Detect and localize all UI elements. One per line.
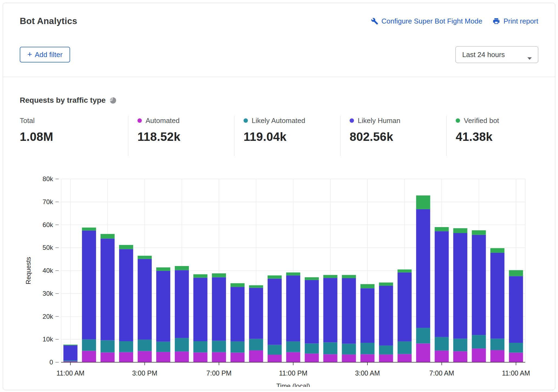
bar-segment[interactable] [249,339,263,350]
bar-segment[interactable] [435,351,449,362]
bar-segment[interactable] [453,339,467,351]
bar-segment[interactable] [398,354,412,362]
bar-segment[interactable] [82,228,96,231]
bar-segment[interactable] [286,273,300,275]
configure-super-bot-fight-mode-link[interactable]: Configure Super Bot Fight Mode [371,17,482,25]
bar-segment[interactable] [416,195,430,209]
bar-segment[interactable] [490,248,504,253]
bar-segment[interactable] [305,354,319,362]
bar-segment[interactable] [342,354,356,362]
bar-segment[interactable] [435,337,449,351]
bar-segment[interactable] [101,353,115,362]
bar-segment[interactable] [472,235,486,335]
bar-segment[interactable] [305,277,319,280]
bar-segment[interactable] [63,345,77,346]
bar-segment[interactable] [268,355,282,362]
stat-likely-automated[interactable]: Likely Automated 119.04k [234,116,340,156]
time-range-dropdown[interactable]: Last 24 hours [455,46,538,63]
bar-segment[interactable] [342,275,356,278]
bar-segment[interactable] [509,270,523,276]
bar-segment[interactable] [453,228,467,233]
bar-segment[interactable] [156,352,170,362]
bar-segment[interactable] [268,279,282,345]
bar-segment[interactable] [472,348,486,362]
bar-segment[interactable] [212,341,226,352]
bar-segment[interactable] [323,354,337,362]
bar-segment[interactable] [193,274,208,278]
bar-segment[interactable] [101,340,115,353]
bar-segment[interactable] [453,351,467,362]
bar-segment[interactable] [509,276,523,343]
bar-segment[interactable] [268,275,282,279]
bar-segment[interactable] [193,278,208,341]
bar-segment[interactable] [453,233,467,339]
bar-segment[interactable] [231,287,245,341]
bar-segment[interactable] [175,338,189,351]
bar-segment[interactable] [268,345,282,355]
bar-segment[interactable] [360,284,375,288]
bar-segment[interactable] [360,354,375,362]
bar-segment[interactable] [490,350,504,362]
bar-segment[interactable] [138,259,152,340]
bar-segment[interactable] [212,273,226,277]
bar-segment[interactable] [379,283,393,286]
bar-segment[interactable] [119,249,133,341]
bar-segment[interactable] [193,341,208,353]
stat-verified-bot[interactable]: Verified bot 41.38k [446,116,552,156]
bar-segment[interactable] [342,344,356,354]
bar-segment[interactable] [101,234,115,238]
bar-segment[interactable] [249,288,263,339]
bar-segment[interactable] [286,341,300,352]
bar-segment[interactable] [249,350,263,362]
bar-segment[interactable] [138,351,152,362]
bar-segment[interactable] [398,270,412,273]
bar-segment[interactable] [212,277,226,341]
bar-segment[interactable] [398,273,412,341]
bar-segment[interactable] [193,353,208,362]
stat-total[interactable]: Total 1.08M [20,116,128,156]
bar-segment[interactable] [119,245,133,249]
bar-segment[interactable] [175,351,189,362]
stat-automated[interactable]: Automated 118.52k [128,116,234,156]
bar-segment[interactable] [231,283,245,287]
bar-segment[interactable] [119,341,133,352]
bar-segment[interactable] [398,341,412,354]
bar-segment[interactable] [249,285,263,288]
bar-segment[interactable] [379,354,393,362]
bar-segment[interactable] [156,267,170,271]
stat-likely-human[interactable]: Likely Human 802.56k [340,116,446,156]
bar-segment[interactable] [509,353,523,362]
bar-segment[interactable] [416,209,430,328]
bar-segment[interactable] [82,351,96,362]
bar-segment[interactable] [416,328,430,344]
bar-segment[interactable] [138,340,152,351]
bar-segment[interactable] [82,339,96,351]
bar-segment[interactable] [305,280,319,344]
bar-segment[interactable] [379,346,393,354]
bar-segment[interactable] [231,341,245,353]
bar-segment[interactable] [156,271,170,342]
add-filter-button[interactable]: + Add filter [20,47,70,62]
bar-segment[interactable] [231,353,245,362]
bar-segment[interactable] [138,256,152,259]
bar-segment[interactable] [63,360,77,361]
bar-segment[interactable] [435,231,449,337]
bar-segment[interactable] [323,275,337,278]
print-report-link[interactable]: Print report [493,17,538,25]
bar-segment[interactable] [490,339,504,350]
bar-segment[interactable] [175,270,189,338]
bar-segment[interactable] [323,278,337,342]
bar-segment[interactable] [509,343,523,353]
bar-segment[interactable] [119,352,133,362]
bar-segment[interactable] [82,231,96,340]
bar-segment[interactable] [342,278,356,344]
bar-segment[interactable] [175,266,189,270]
bar-segment[interactable] [212,352,226,362]
bar-segment[interactable] [286,275,300,341]
bar-segment[interactable] [360,343,375,354]
bar-segment[interactable] [472,335,486,348]
bar-segment[interactable] [379,286,393,346]
bar-segment[interactable] [101,238,115,340]
bar-segment[interactable] [323,342,337,354]
bar-segment[interactable] [156,342,170,352]
